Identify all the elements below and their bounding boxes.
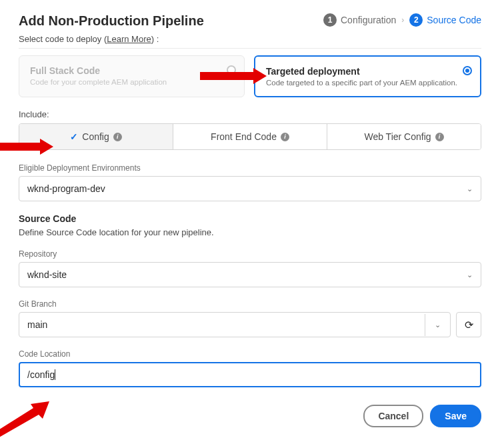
card-full-stack-sub: Code for your complete AEM application	[30, 78, 233, 86]
chevron-right-icon: ›	[401, 15, 404, 25]
learn-more-link[interactable]: Learn More	[107, 34, 151, 44]
include-tabs: ✓ Config i Front End Code i Web Tier Con…	[19, 123, 481, 150]
code-location-input[interactable]: /config	[19, 362, 481, 387]
tab-front-end-code[interactable]: Front End Code i	[173, 124, 327, 149]
source-code-title: Source Code	[19, 213, 481, 224]
refresh-icon: ⟳	[465, 319, 473, 331]
refresh-button[interactable]: ⟳	[456, 312, 481, 337]
check-icon: ✓	[70, 131, 78, 142]
include-label: Include:	[19, 109, 481, 119]
card-full-stack-title: Full Stack Code	[30, 65, 233, 76]
subheader: Select code to deploy (Learn More) :	[19, 34, 481, 49]
repo-select[interactable]: wknd-site ⌄	[19, 262, 481, 287]
chevron-down-icon: ⌄	[435, 321, 441, 329]
location-label: Code Location	[19, 349, 481, 359]
repo-value: wknd-site	[27, 269, 67, 280]
radio-targeted[interactable]	[463, 66, 472, 75]
branch-label: Git Branch	[19, 299, 481, 309]
step-label-1: Configuration	[341, 15, 396, 25]
page-title: Add Non-Production Pipeline	[19, 13, 204, 29]
tab-frontend-label: Front End Code	[211, 131, 277, 142]
card-targeted-title: Targeted deployment	[266, 66, 469, 77]
info-icon[interactable]: i	[435, 133, 444, 141]
env-value: wknd-program-dev	[27, 183, 105, 194]
info-icon[interactable]: i	[281, 133, 289, 141]
radio-full-stack[interactable]	[227, 65, 236, 75]
cancel-button[interactable]: Cancel	[363, 405, 423, 427]
repo-label: Repository	[19, 249, 481, 259]
step-label-2: Source Code	[427, 15, 481, 25]
info-icon[interactable]: i	[113, 133, 122, 141]
source-code-desc: Define Source Code location for your new…	[19, 227, 481, 237]
env-select[interactable]: wknd-program-dev ⌄	[19, 176, 481, 201]
chevron-down-icon: ⌄	[467, 271, 473, 279]
branch-select[interactable]: main ⌄	[19, 312, 451, 337]
tab-config-label: Config	[82, 131, 109, 142]
branch-value: main	[27, 319, 47, 330]
env-label: Eligible Deployment Environments	[19, 163, 481, 173]
step-source-code: 2 Source Code	[409, 13, 481, 27]
chevron-down-icon: ⌄	[467, 185, 473, 193]
step-num-1: 1	[323, 13, 337, 27]
step-configuration: 1 Configuration	[323, 13, 396, 27]
card-full-stack-code[interactable]: Full Stack Code Code for your complete A…	[19, 55, 245, 97]
tab-webtier-label: Web Tier Config	[364, 131, 431, 142]
step-num-2: 2	[409, 13, 423, 27]
save-button[interactable]: Save	[430, 405, 481, 427]
card-targeted-sub: Code targeted to a specific part of your…	[266, 79, 469, 87]
step-indicator: 1 Configuration › 2 Source Code	[323, 13, 481, 27]
tab-config[interactable]: ✓ Config i	[19, 124, 173, 149]
card-targeted-deployment[interactable]: Targeted deployment Code targeted to a s…	[254, 55, 481, 97]
location-value: /config	[27, 369, 55, 380]
tab-web-tier-config[interactable]: Web Tier Config i	[327, 124, 481, 149]
